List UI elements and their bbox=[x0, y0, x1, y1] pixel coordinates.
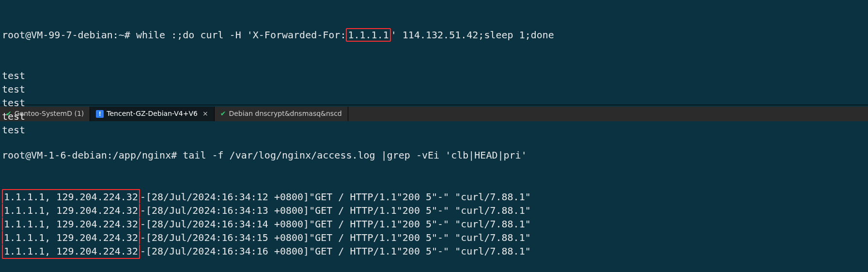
log-separator: - bbox=[140, 218, 146, 230]
cmd-bottom: tail -f /var/log/nginx/access.log |grep … bbox=[183, 149, 527, 161]
output-line: test bbox=[2, 82, 866, 96]
log-rest: [28/Jul/2024:16:34:13 +0800]"GET / HTTP/… bbox=[146, 205, 531, 216]
check-icon: ✔ bbox=[6, 109, 12, 119]
log-line: 1.1.1.1, 129.204.224.32-[28/Jul/2024:16:… bbox=[2, 189, 866, 204]
log-separator: - bbox=[140, 191, 146, 203]
highlight-client-ips: 1.1.1.1, 129.204.224.32 bbox=[2, 189, 140, 204]
tab-gentoo[interactable]: ✔ Gentoo-SystemD (1) bbox=[0, 107, 90, 121]
session-tab-bar: ✔ Gentoo-SystemD (1) ! Tencent-GZ-Debian… bbox=[0, 107, 868, 121]
highlight-xff-ip: 1.1.1.1 bbox=[346, 28, 390, 42]
highlight-client-ips: 1.1.1.1, 129.204.224.32 bbox=[2, 244, 140, 259]
log-rest: [28/Jul/2024:16:34:15 +0800]"GET / HTTP/… bbox=[146, 232, 531, 243]
highlight-client-ips: 1.1.1.1, 129.204.224.32 bbox=[2, 231, 140, 244]
log-rest: [28/Jul/2024:16:34:16 +0800]"GET / HTTP/… bbox=[146, 245, 531, 257]
warn-icon: ! bbox=[96, 110, 104, 118]
tab-tencent-debian[interactable]: ! Tencent-GZ-Debian-V4+V6 × bbox=[90, 107, 214, 121]
tab-label: Gentoo-SystemD (1) bbox=[15, 109, 84, 119]
cmd-post: ' 114.132.51.42;sleep 1;done bbox=[391, 29, 554, 41]
log-output-bottom: 1.1.1.1, 129.204.224.32-[28/Jul/2024:16:… bbox=[2, 189, 866, 259]
log-separator: - bbox=[140, 205, 146, 216]
command-line-bottom: root@VM-1-6-debian:/app/nginx# tail -f /… bbox=[2, 148, 866, 162]
terminal-pane-bottom[interactable]: root@VM-1-6-debian:/app/nginx# tail -f /… bbox=[0, 121, 868, 272]
log-separator: - bbox=[140, 245, 146, 257]
tab-debian-dns[interactable]: ✔ Debian dnscrypt&dnsmasq&nscd bbox=[215, 107, 348, 121]
log-line: 1.1.1.1, 129.204.224.32-[28/Jul/2024:16:… bbox=[2, 204, 866, 217]
terminal-pane-top[interactable]: root@VM-99-7-debian:~# while :;do curl -… bbox=[0, 0, 868, 105]
close-icon[interactable]: × bbox=[202, 109, 208, 119]
log-line: 1.1.1.1, 129.204.224.32-[28/Jul/2024:16:… bbox=[2, 231, 866, 244]
cmd-pre: while :;do curl -H 'X-Forwarded-For: bbox=[136, 29, 346, 41]
prompt-bottom: root@VM-1-6-debian:/app/nginx# bbox=[2, 149, 183, 161]
check-icon: ✔ bbox=[220, 109, 226, 119]
highlight-client-ips: 1.1.1.1, 129.204.224.32 bbox=[2, 204, 140, 217]
highlight-client-ips: 1.1.1.1, 129.204.224.32 bbox=[2, 217, 140, 231]
log-line: 1.1.1.1, 129.204.224.32-[28/Jul/2024:16:… bbox=[2, 244, 866, 259]
tab-label: Debian dnscrypt&dnsmasq&nscd bbox=[229, 109, 341, 119]
tab-label: Tencent-GZ-Debian-V4+V6 bbox=[107, 109, 198, 119]
log-rest: [28/Jul/2024:16:34:14 +0800]"GET / HTTP/… bbox=[146, 218, 531, 230]
output-line: test bbox=[2, 69, 866, 82]
command-line-top: root@VM-99-7-debian:~# while :;do curl -… bbox=[2, 28, 866, 42]
log-rest: [28/Jul/2024:16:34:12 +0800]"GET / HTTP/… bbox=[146, 191, 531, 203]
prompt-top: root@VM-99-7-debian:~# bbox=[2, 29, 136, 41]
log-separator: - bbox=[140, 232, 146, 243]
log-line: 1.1.1.1, 129.204.224.32-[28/Jul/2024:16:… bbox=[2, 217, 866, 231]
